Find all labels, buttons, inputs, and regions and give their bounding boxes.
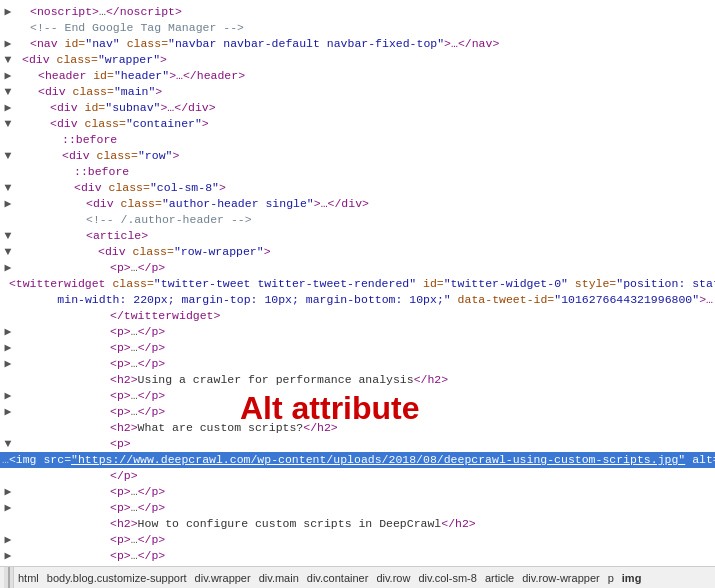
code-line[interactable]: ▶ <nav id="nav" class="navbar navbar-def… [0, 36, 715, 52]
code-line[interactable]: ▼ <article> [0, 228, 715, 244]
breadcrumb-img[interactable]: img [618, 570, 646, 586]
breadcrumb-div-container[interactable]: div.container [303, 570, 373, 586]
code-line: ::before [0, 164, 715, 180]
code-line[interactable]: <twitterwidget class="twitter-tweet twit… [0, 276, 715, 292]
code-line: <!-- End Google Tag Manager --> [0, 20, 715, 36]
code-line[interactable]: ▼ <div class="wrapper"> [0, 52, 715, 68]
breadcrumb-p[interactable]: p [604, 570, 618, 586]
code-line[interactable]: ▶ <div class="author-header single">…</d… [0, 196, 715, 212]
code-line: <h2>What are custom scripts?</h2> [0, 420, 715, 436]
code-line: </twitterwidget> [0, 308, 715, 324]
code-line: <h2>Using a crawler for performance anal… [0, 372, 715, 388]
breadcrumb-div-row[interactable]: div.row [372, 570, 414, 586]
code-line[interactable]: ▶ <noscript>…</noscript> [0, 4, 715, 20]
code-line[interactable]: ▶ <p>…</p> [0, 532, 715, 548]
code-line[interactable]: ▶ <div id="subnav">…</div> [0, 100, 715, 116]
code-line[interactable]: ▶ <p>…</p> [0, 356, 715, 372]
breadcrumb-article[interactable]: article [481, 570, 518, 586]
code-line: min-width: 220px; margin-top: 10px; marg… [0, 292, 715, 308]
code-line[interactable]: ▼ <div class="container"> [0, 116, 715, 132]
breadcrumb-body[interactable]: body.blog.customize-support [43, 570, 191, 586]
breadcrumb-div-main[interactable]: div.main [255, 570, 303, 586]
code-line[interactable]: ▶ <p>…</p> [0, 388, 715, 404]
code-line[interactable]: ▶ <p>…</p> [0, 548, 715, 564]
code-line: </p> [0, 468, 715, 484]
code-line[interactable]: ▼ <p> [0, 436, 715, 452]
code-area[interactable]: Alt attribute ▶ <noscript>…</noscript> <… [0, 0, 715, 566]
code-line[interactable]: ▶ <p>…</p> [0, 404, 715, 420]
code-line[interactable]: ▼ <div class="main"> [0, 84, 715, 100]
breadcrumb-html[interactable]: html [14, 570, 43, 586]
code-line[interactable]: ▼ <div class="row"> [0, 148, 715, 164]
code-line[interactable]: ▶ <p>…</p> [0, 260, 715, 276]
breadcrumb-div-row-wrapper[interactable]: div.row-wrapper [518, 570, 603, 586]
code-line: <!-- /.author-header --> [0, 212, 715, 228]
code-line: ::before [0, 132, 715, 148]
code-line[interactable]: ▶ <header id="header">…</header> [0, 68, 715, 84]
code-line[interactable]: ▶ <p>…</p> [0, 340, 715, 356]
left-handle-bar [8, 566, 10, 588]
left-handle[interactable] [4, 567, 14, 588]
code-line[interactable]: ▼ <div class="row-wrapper"> [0, 244, 715, 260]
breadcrumb-div-col-sm-8[interactable]: div.col-sm-8 [414, 570, 480, 586]
code-line[interactable]: ▼ <div class="col-sm-8"> [0, 180, 715, 196]
breadcrumb-div-wrapper[interactable]: div.wrapper [191, 570, 255, 586]
breadcrumb-bar: html body.blog.customize-support div.wra… [0, 566, 715, 588]
img-line[interactable]: … <img src="https://www.deepcrawl.com/wp… [0, 452, 715, 468]
code-line[interactable]: ▶ <p>…</p> [0, 500, 715, 516]
code-line: <h2>How to configure custom scripts in D… [0, 516, 715, 532]
code-line[interactable]: ▶ <p>…</p> [0, 324, 715, 340]
code-line[interactable]: ▶ <p>…</p> [0, 484, 715, 500]
